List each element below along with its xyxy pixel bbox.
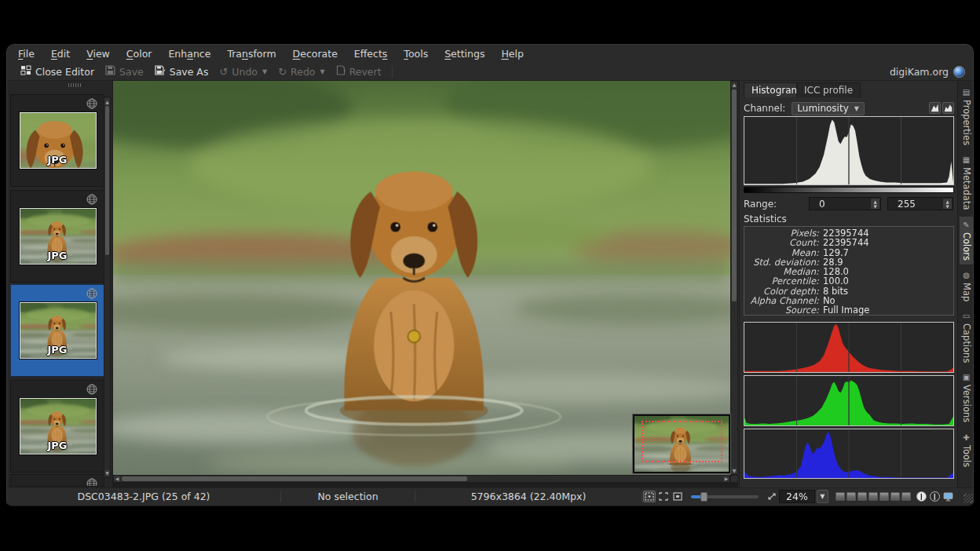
thumbnail-5[interactable] — [10, 474, 104, 487]
menu-tools[interactable]: Tools — [404, 48, 428, 60]
range-label: Range: — [744, 199, 777, 210]
tab-icc-profile[interactable]: ICC profile — [796, 82, 861, 97]
main-toolbar: Close EditorSaveSave As↺Undo▼↻Redo▼Rever… — [7, 63, 973, 81]
menu-decorate[interactable]: Decorate — [293, 48, 338, 60]
menu-view[interactable]: View — [86, 48, 110, 60]
stat-label: Percentile: — [744, 276, 819, 286]
undo-button[interactable]: ↺Undo▼ — [214, 64, 272, 79]
stat-label: Count: — [744, 238, 819, 247]
thumbnail-strip-button-4[interactable] — [868, 492, 878, 501]
range-max-spinbox[interactable]: 255 ▲▼ — [887, 197, 953, 210]
menu-transform[interactable]: Transform — [227, 48, 276, 60]
menu-effects[interactable]: Effects — [354, 48, 388, 60]
geolocation-icon — [86, 193, 97, 204]
thumbnail-1[interactable]: JPG — [10, 94, 104, 187]
channel-select[interactable]: Luminosity ▼ — [792, 102, 865, 115]
pan-selection-rect[interactable] — [642, 421, 722, 462]
save-button[interactable]: Save — [100, 64, 149, 79]
scroll-up-icon[interactable]: ▲ — [104, 98, 110, 105]
resize-grip[interactable] — [964, 494, 973, 503]
scrollbar-thumb[interactable] — [105, 106, 109, 255]
scroll-left-icon[interactable]: ◀ — [114, 476, 120, 482]
zoom-select-icon[interactable] — [766, 491, 778, 502]
horizontal-scrollbar[interactable]: ◀ ▶ — [113, 475, 730, 483]
thumbnail-image — [20, 112, 97, 169]
thumbnail-strip-button-3[interactable] — [858, 492, 867, 501]
zoom-slider-handle[interactable] — [700, 492, 708, 502]
scroll-down-icon[interactable]: ▼ — [104, 469, 110, 476]
pan-overview[interactable] — [633, 414, 730, 473]
zoom-fit-window-button[interactable] — [643, 491, 656, 502]
thumbnail-strip-button-1[interactable] — [836, 492, 845, 501]
sidebar-tab-metadata[interactable]: ▦Metadata — [960, 151, 974, 213]
menu-color[interactable]: Color — [126, 48, 152, 60]
zoom-percent-box[interactable]: 24% — [779, 490, 815, 503]
pan-corner-button[interactable] — [730, 475, 738, 483]
splitter-handle[interactable] — [68, 83, 82, 87]
menu-help[interactable]: Help — [501, 48, 524, 60]
menu-settings[interactable]: Settings — [444, 48, 485, 60]
spin-arrows[interactable]: ▲▼ — [943, 199, 952, 209]
scroll-down-icon[interactable]: ▼ — [731, 468, 737, 474]
log-scale-button[interactable] — [942, 102, 954, 114]
tone-gradient-strip — [744, 187, 954, 193]
sidebar-tab-label: Colors — [961, 232, 972, 261]
sidebar-tab-label: Properties — [961, 100, 972, 145]
thumbnail-4[interactable]: JPG — [10, 380, 104, 473]
linear-scale-button[interactable] — [929, 102, 941, 114]
scroll-up-icon[interactable]: ▲ — [731, 82, 737, 88]
menu-file[interactable]: File — [18, 48, 35, 60]
sidebar-tab-properties[interactable]: ▤Properties — [960, 84, 974, 149]
underexposure-indicator-button[interactable]: ❙ — [916, 491, 927, 502]
thumbnail-image — [20, 208, 97, 265]
sidebar-tab-label: Map — [961, 283, 972, 301]
thumbnail-strip-button-6[interactable] — [890, 492, 900, 501]
overexposure-indicator-button[interactable]: ❙ — [930, 491, 940, 502]
luminosity-histogram[interactable] — [744, 116, 954, 185]
statistics-title: Statistics — [744, 213, 787, 224]
revert-button[interactable]: Revert — [331, 64, 387, 79]
sidebar-tab-versions[interactable]: ▣Versions — [960, 369, 974, 426]
zoom-slider[interactable] — [691, 495, 759, 498]
scrollbar-thumb[interactable] — [732, 89, 737, 301]
scroll-right-icon[interactable]: ▶ — [723, 476, 730, 482]
thumbnail-sidebar: JPGJPGJPGJPG ▲ ▼ — [7, 81, 113, 487]
sidebar-tab-colors[interactable]: ✎Colors — [960, 217, 974, 265]
stat-value: 22395744 — [823, 238, 869, 247]
redo-button[interactable]: ↻Redo▼ — [272, 64, 330, 79]
brand-label: digiKam.org — [890, 66, 949, 78]
redo-label: Redo — [291, 66, 315, 78]
thumbnail-strip-button-7[interactable] — [901, 492, 911, 501]
colors-panel: Histogram ICC profile Channel: Luminosit… — [739, 81, 957, 487]
stat-row: Percentile:100.0 — [744, 276, 949, 286]
thumbnail-2[interactable]: JPG — [10, 190, 104, 283]
scrollbar-thumb[interactable] — [122, 476, 467, 481]
menu-enhance[interactable]: Enhance — [168, 48, 210, 60]
chevron-down-icon[interactable]: ▼ — [320, 68, 324, 75]
menu-edit[interactable]: Edit — [51, 48, 70, 60]
zoom-100-button[interactable] — [671, 491, 684, 502]
green-channel-histogram — [744, 375, 954, 426]
color-managed-view-button[interactable] — [942, 491, 955, 502]
thumbnail-strip-button-2[interactable] — [847, 492, 856, 501]
sidebar-tab-map[interactable]: ◍Map — [960, 267, 974, 305]
geolocation-icon — [86, 383, 97, 394]
save-as-button[interactable]: Save As — [149, 64, 214, 79]
range-min-spinbox[interactable]: 0 ▲▼ — [809, 197, 881, 210]
sidebar-tab-tools[interactable]: ✚Tools — [960, 429, 974, 471]
zoom-fit-selection-button[interactable] — [657, 491, 670, 502]
chevron-down-icon[interactable]: ▼ — [262, 68, 267, 75]
thumbnail-image — [20, 302, 97, 359]
close-editor-button[interactable]: Close Editor — [15, 64, 100, 79]
sidebar-tab-captions[interactable]: ▭Captions — [960, 308, 974, 367]
versions-icon: ▣ — [962, 373, 971, 381]
spin-arrows[interactable]: ▲▼ — [871, 199, 879, 209]
sidebar-tab-label: Metadata — [961, 167, 972, 210]
vertical-scrollbar[interactable]: ▲ ▼ — [730, 81, 738, 475]
thumbnail-strip-button-5[interactable] — [879, 492, 889, 501]
thumbnail-3-selected[interactable]: JPG — [10, 284, 104, 377]
thumbnail-scrollbar[interactable]: ▲ ▼ — [104, 97, 111, 478]
properties-icon: ▤ — [962, 88, 971, 97]
geolocation-icon — [86, 287, 97, 298]
zoom-dropdown-button[interactable]: ▼ — [817, 490, 828, 503]
